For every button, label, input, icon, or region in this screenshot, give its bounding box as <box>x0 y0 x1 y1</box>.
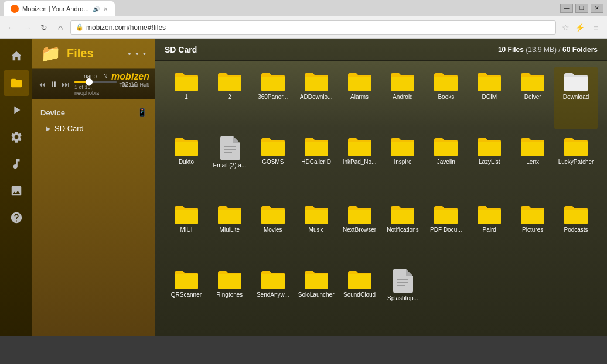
progress-bar[interactable] <box>74 81 117 83</box>
home-button[interactable]: ⌂ <box>54 21 67 34</box>
folder-item[interactable]: Books <box>424 67 468 129</box>
content-header: SD Card 10 Files (13.9 MB) / 60 Folders <box>155 39 607 61</box>
folder-icon <box>261 136 285 156</box>
folder-item[interactable]: Paird <box>468 200 511 262</box>
folder-item[interactable]: Ringtones <box>208 265 251 331</box>
tab-close-button[interactable]: ✕ <box>103 6 108 12</box>
progress-area: nano – N 1 of 13, neophobia <box>74 73 117 96</box>
folder-name: MiuiLite <box>220 226 240 233</box>
folder-item[interactable]: MiuiLite <box>208 200 251 262</box>
folder-item[interactable]: ADDownlo... <box>295 67 338 129</box>
folder-separator: / <box>558 46 562 54</box>
reload-button[interactable]: ↻ <box>37 21 50 34</box>
logo-text: mobizen <box>111 71 149 82</box>
folder-icon <box>305 136 328 156</box>
folder-icon <box>391 136 414 156</box>
tab-area: Mobizen | Your Andro... 🔊 ✕ <box>4 0 115 16</box>
folder-item[interactable]: Lenx <box>511 132 554 198</box>
folder-item[interactable]: SendAnyw... <box>251 265 295 331</box>
folder-name: HDCallerID <box>301 159 331 165</box>
folder-icon <box>478 136 501 156</box>
sidebar-photos-button[interactable] <box>4 178 29 204</box>
folder-item[interactable]: MIUI <box>165 200 208 262</box>
folder-name: GOSMS <box>262 159 284 165</box>
sidebar-files-button[interactable] <box>4 70 29 96</box>
folder-item[interactable]: Splashtop... <box>381 265 425 331</box>
sidebar-music-button[interactable] <box>4 151 29 177</box>
folder-name: Email (2).a... <box>213 162 247 169</box>
folder-name: SoundCloud <box>343 291 376 298</box>
pause-button[interactable]: ⏸ <box>50 80 58 89</box>
folder-item[interactable]: Pictures <box>511 200 554 262</box>
window-close-button[interactable]: ✕ <box>591 4 603 13</box>
files-folder-icon: 📁 <box>40 44 61 63</box>
folder-item[interactable]: HDCallerID <box>295 132 338 198</box>
folder-item[interactable]: GOSMS <box>251 132 295 198</box>
folder-name: 360Panor... <box>258 94 288 100</box>
prev-track-button[interactable]: ⏮ <box>38 80 46 89</box>
folder-name: Movies <box>264 226 282 233</box>
folder-item[interactable]: Android <box>381 67 425 129</box>
folder-item[interactable]: Download <box>554 67 598 129</box>
tree-panel: Device 📱 ▶ SD Card <box>32 99 155 336</box>
menu-button[interactable]: ≡ <box>589 21 602 34</box>
extensions-button[interactable]: ⚡ <box>573 21 586 34</box>
folder-item[interactable]: DCIM <box>468 67 511 129</box>
sidebar-help-button[interactable] <box>4 205 29 231</box>
active-tab[interactable]: Mobizen | Your Andro... 🔊 ✕ <box>4 1 115 16</box>
folder-name: Delver <box>524 94 541 100</box>
forward-button[interactable]: → <box>21 21 34 34</box>
folder-item[interactable]: LuckyPatcher <box>554 132 598 198</box>
folder-item[interactable]: SoundCloud <box>338 265 381 331</box>
file-count: 10 Files (13.9 MB) / 60 Folders <box>498 46 598 54</box>
folder-item[interactable]: Inspire <box>381 132 425 198</box>
folder-item[interactable]: Email (2).a... <box>208 132 251 198</box>
folder-item[interactable]: LazyList <box>468 132 511 198</box>
sidebar-play-button[interactable] <box>4 97 29 123</box>
folder-item[interactable]: 360Panor... <box>251 67 295 129</box>
folder-name: Javelin <box>437 159 455 165</box>
folder-item[interactable]: PDF Docu... <box>424 200 468 262</box>
folder-icon <box>348 269 371 289</box>
folder-item[interactable]: Javelin <box>424 132 468 198</box>
folder-icon <box>175 71 198 91</box>
folder-name: QRScanner <box>171 291 202 298</box>
folder-item[interactable]: Alarms <box>338 67 381 129</box>
folder-icon <box>348 71 371 91</box>
folder-item[interactable]: Podcasts <box>554 200 598 262</box>
device-tree-item[interactable]: Device 📱 <box>32 104 155 121</box>
folder-icon <box>305 71 328 91</box>
folder-item[interactable]: 1 <box>165 67 208 129</box>
folder-item[interactable]: QRScanner <box>165 265 208 331</box>
app-container: 📁 Files • • • ⏮ ⏸ ⏭ nano – N 1 of 13, ne… <box>0 39 607 336</box>
folder-name: Lenx <box>526 159 539 165</box>
folder-name: Android <box>393 94 412 100</box>
folder-item[interactable]: Dukto <box>165 132 208 198</box>
folder-item[interactable]: NextBrowser <box>338 200 381 262</box>
next-track-button[interactable]: ⏭ <box>62 80 70 89</box>
sdcard-tree-item[interactable]: ▶ SD Card <box>32 121 155 136</box>
folder-name: MIUI <box>180 226 192 233</box>
window-minimize-button[interactable]: — <box>560 4 573 13</box>
bookmark-button[interactable]: ☆ <box>562 23 570 32</box>
folder-item[interactable]: Movies <box>251 200 295 262</box>
sidebar-settings-button[interactable] <box>4 124 29 150</box>
address-bar[interactable]: 🔒 mobizen.com/home#!files <box>70 20 556 35</box>
folder-icon <box>305 269 328 289</box>
folder-item[interactable]: Notifications <box>381 200 425 262</box>
media-controls: ⏮ ⏸ ⏭ <box>38 80 70 89</box>
back-button[interactable]: ← <box>5 21 18 34</box>
progress-handle[interactable] <box>86 78 93 85</box>
folder-item[interactable]: Music <box>295 200 338 262</box>
folder-item[interactable]: Delver <box>511 67 554 129</box>
folder-name: Inspire <box>394 159 411 165</box>
folder-icon <box>175 204 198 224</box>
sidebar-home-button[interactable] <box>4 43 29 69</box>
address-text: mobizen.com/home#!files <box>86 23 166 32</box>
folder-item[interactable]: InkPad_No... <box>338 132 381 198</box>
window-restore-button[interactable]: ❐ <box>575 4 588 13</box>
folder-item[interactable]: 2 <box>208 67 251 129</box>
folder-item[interactable]: SoloLauncher <box>295 265 338 331</box>
folder-name: LazyList <box>479 159 500 165</box>
files-options-button[interactable]: • • • <box>128 49 147 59</box>
